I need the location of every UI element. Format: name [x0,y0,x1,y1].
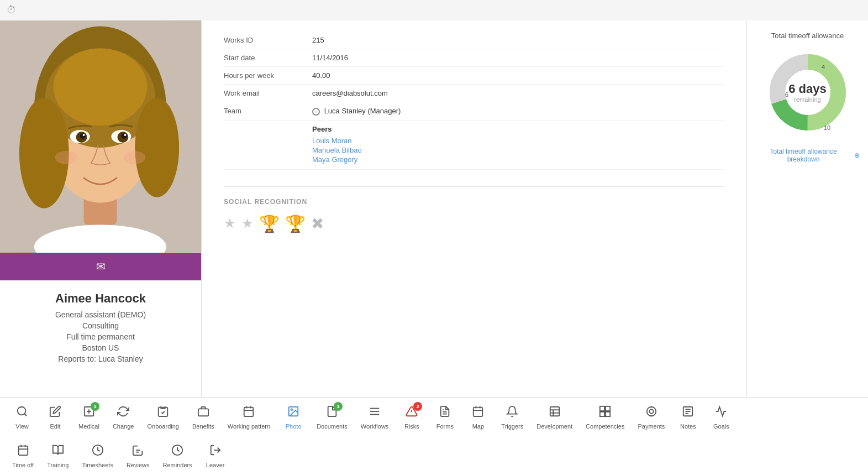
goals-icon [715,405,727,421]
forms-icon [439,405,451,421]
toolbar-item-photo[interactable]: Photo [277,402,310,433]
toolbar-item-workflows[interactable]: Workflows [354,402,396,433]
time-off-icon [17,444,29,460]
profile-location: Boston US [55,343,146,352]
toolbar-item-training[interactable]: Training [40,441,75,472]
risks-icon: 2 [406,405,418,421]
main-content: Works ID 215 Start date 11/14/2016 Hours… [202,20,746,397]
leaver-icon [209,444,222,460]
toolbar-item-goals[interactable]: Goals [704,402,738,433]
toolbar-item-documents[interactable]: 1Documents [310,402,354,433]
hours-value: 40.00 [312,71,330,80]
development-label: Development [536,423,572,430]
benefits-label: Benefits [192,423,214,430]
svg-rect-41 [550,407,559,416]
svg-rect-57 [18,446,28,456]
toolbar-item-working-pattern[interactable]: Working pattern [221,402,277,433]
works-id-label: Works ID [224,36,312,44]
close-icon: ✖ [311,215,324,233]
peer-link-1: Manuela Bilbao [312,146,362,154]
toolbar-item-payments[interactable]: Payments [631,402,671,433]
svg-point-17 [55,151,77,164]
team-manager-link[interactable]: Luca Stanley (Manager) [324,107,401,115]
toolbar-item-time-off[interactable]: Time off [6,441,40,472]
social-recognition-title: SOCIAL RECOGNITION [224,186,724,206]
toolbar-item-competencies[interactable]: Competencies [579,402,631,433]
svg-rect-48 [600,412,604,416]
workflows-icon [369,405,381,421]
time-off-label: Time off [12,462,34,468]
edit-icon [49,405,61,421]
triggers-icon [506,405,518,421]
edit-label: Edit [50,423,61,430]
risks-label: Risks [404,423,419,430]
donut-days: 6 days [788,82,827,96]
svg-point-15 [124,134,126,136]
svg-rect-30 [244,408,254,417]
timesheets-label: Timesheets [82,462,113,468]
svg-text:4: 4 [821,64,824,70]
timeoff-breakdown-link[interactable]: Total timeoff allowance breakdown ⊕ [755,148,860,163]
toolbar-item-map[interactable]: Map [461,402,495,433]
history-icon[interactable]: ⏱ [7,4,17,16]
toolbar-item-risks[interactable]: 2Risks [395,402,428,433]
peer-link-2: Maya Gregory [312,155,362,164]
peer-link-0[interactable]: Louis Moran [312,137,362,145]
working-pattern-label: Working pattern [228,423,270,430]
svg-point-7 [54,48,148,126]
competencies-icon [599,405,611,421]
svg-point-14 [83,134,85,136]
toolbar-item-onboarding[interactable]: Onboarding [140,402,186,433]
timeoff-breakdown-label: Total timeoff allowance breakdown [755,148,851,163]
training-icon [52,444,64,460]
toolbar-item-change[interactable]: Change [106,402,141,433]
toolbar-item-development[interactable]: Development [530,402,579,433]
svg-point-12 [80,133,86,139]
svg-point-13 [121,133,127,139]
right-panel: Total timeoff allowance 4 6 [746,20,868,397]
toolbar-item-benefits[interactable]: Benefits [186,402,221,433]
development-icon [549,405,561,421]
goals-label: Goals [713,423,729,430]
profile-reports-to: Reports to: Luca Stanley [55,354,146,363]
photo-label: Photo [286,423,302,430]
employee-info-table: Works ID 215 Start date 11/14/2016 Hours… [224,32,724,170]
svg-text:6: 6 [785,91,788,98]
trophy-icon-2: 🏆 [285,214,306,233]
profile-role: General assistant (DEMO) [55,310,146,319]
plus-icon: ⊕ [854,152,860,159]
medical-label: Medical [78,423,99,430]
toolbar-item-medical[interactable]: 1Medical [72,402,106,433]
start-date-label: Start date [224,54,312,62]
toolbar-item-reminders[interactable]: Reminders [156,441,199,472]
donut-sublabel: remaining [788,96,827,103]
trophy-icon-1: 🏆 [259,214,280,233]
benefits-icon [197,405,209,421]
hours-row: Hours per week 40.00 [224,67,724,85]
toolbar-item-timesheets[interactable]: Timesheets [75,441,119,472]
star-icon-2: ★ [241,216,254,231]
toolbar-item-reviews[interactable]: Reviews [120,441,156,472]
toolbar-row-2: Time offTrainingTimesheetsReviewsReminde… [0,436,868,475]
team-icon: + [312,108,320,116]
start-date-value: 11/14/2016 [312,54,348,62]
training-label: Training [47,462,69,468]
svg-rect-29 [198,409,208,416]
change-icon [117,405,129,421]
svg-point-50 [649,409,653,413]
competencies-label: Competencies [586,423,624,430]
view-label: View [15,423,29,430]
works-id-value: 215 [312,36,324,44]
toolbar-item-notes[interactable]: Notes [671,402,704,433]
email-icon: ✉ [96,260,106,273]
toolbar-item-forms[interactable]: Forms [428,402,461,433]
toolbar-item-leaver[interactable]: Leaver [199,441,232,472]
social-recognition-section: SOCIAL RECOGNITION ★ ★ 🏆 🏆 ✖ [224,186,724,244]
toolbar-item-triggers[interactable]: Triggers [495,402,530,433]
notes-icon [682,405,694,421]
toolbar-item-view[interactable]: View [6,402,39,433]
team-row: Team + Luca Stanley (Manager) [224,102,724,121]
email-bar[interactable]: ✉ [0,253,201,280]
toolbar-item-edit[interactable]: Edit [39,402,72,433]
medical-icon: 1 [83,405,95,421]
